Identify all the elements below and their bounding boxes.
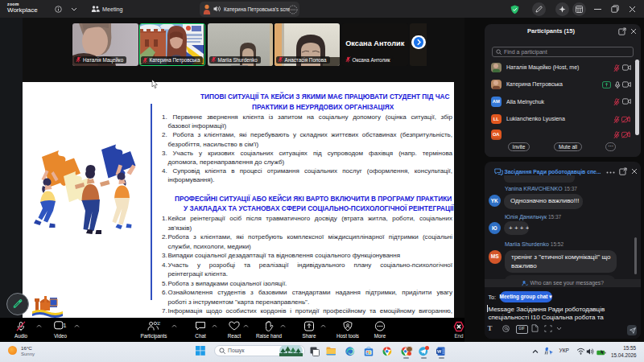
svg-text:1: 1 — [64, 323, 67, 328]
svg-text:15: 15 — [157, 321, 160, 326]
